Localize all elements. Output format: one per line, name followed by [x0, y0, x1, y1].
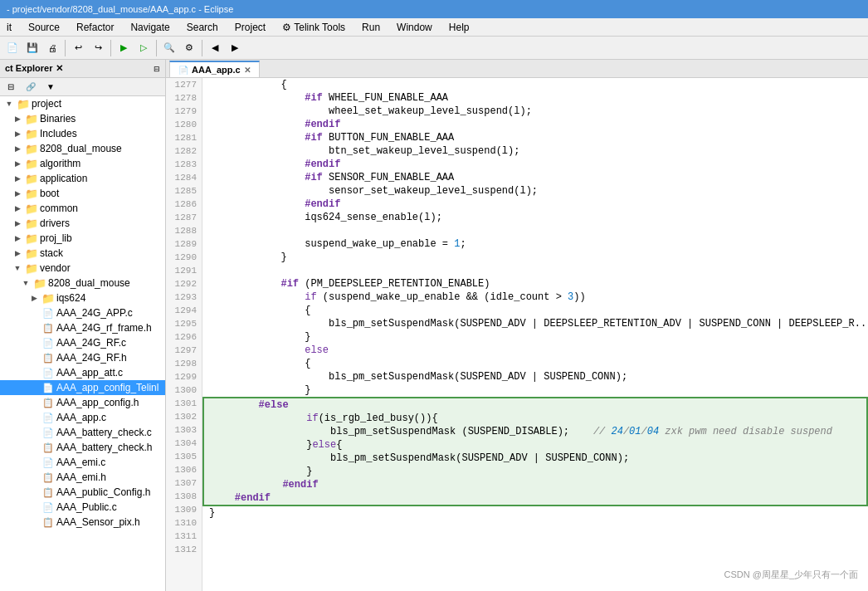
code-line: #if (PM_DEEPSLEEP_RETENTION_ENABLE) — [202, 277, 868, 291]
sidebar-tree-item[interactable]: 📋AAA_Sensor_pix.h — [0, 515, 165, 530]
sidebar-tree-item[interactable]: ▶📁Includes — [0, 126, 165, 141]
sidebar-item-label: 8208_dual_mouse — [48, 277, 130, 289]
sidebar-minimize[interactable]: ⊟ — [154, 65, 160, 73]
sidebar-tree-item[interactable]: 📄AAA_battery_check.c — [0, 425, 165, 440]
sidebar-tree-item[interactable]: 📄AAA_24G_RF.c — [0, 335, 165, 350]
editor-tab-aaa-app[interactable]: 📄 AAA_app.c ✕ — [169, 61, 260, 77]
sidebar-tree-item[interactable]: ▼📁8208_dual_mouse — [0, 276, 165, 291]
sidebar-tree-item[interactable]: ▶📁application — [0, 171, 165, 186]
sidebar-item-label: drivers — [40, 217, 70, 229]
toolbar-btn-run[interactable]: ▷ — [134, 39, 153, 57]
toolbar-btn-settings[interactable]: ⚙ — [180, 39, 198, 57]
sidebar-tree-item[interactable]: 📄AAA_app_att.c — [0, 365, 165, 380]
line-number: 1311 — [171, 530, 197, 543]
line-number: 1278 — [171, 91, 197, 105]
line-number: 1279 — [171, 105, 197, 118]
sidebar-tree-item[interactable]: ▶📁proj_lib — [0, 231, 165, 246]
toolbar-btn-back[interactable]: ◀ — [206, 39, 224, 57]
tab-close-btn[interactable]: ✕ — [244, 66, 251, 75]
code-line: #if BUTTON_FUN_ENABLE_AAA — [202, 131, 868, 144]
sidebar-item-label: AAA_24G_rf_frame.h — [56, 322, 152, 334]
code-line: #endif — [202, 478, 868, 491]
sidebar-collapse-btn[interactable]: ⊟ — [2, 78, 20, 96]
code-line — [202, 264, 868, 277]
sidebar-tree-item[interactable]: ▶📁iqs624 — [0, 291, 165, 305]
code-line: iqs624_sense_enable(l); — [202, 211, 868, 224]
code-line: wheel_set_wakeup_level_suspend(l); — [202, 105, 868, 118]
code-line: } — [202, 465, 868, 478]
code-line: else — [202, 344, 868, 357]
menu-item-source[interactable]: Source — [25, 21, 63, 34]
sidebar-item-label: algorithm — [40, 158, 80, 169]
sidebar-item-label: AAA_Sensor_pix.h — [56, 516, 140, 528]
toolbar-btn-undo[interactable]: ↩ — [69, 39, 87, 57]
sidebar-item-label: project — [32, 98, 61, 110]
code-area[interactable]: { #if WHEEL_FUN_ENABLE_AAA wheel_set_wak… — [202, 78, 868, 591]
menu-item-it[interactable]: it — [3, 21, 15, 34]
sidebar-tree-item[interactable]: 📋AAA_battery_check.h — [0, 440, 165, 455]
sidebar-tree-item[interactable]: 📋AAA_emi.h — [0, 470, 165, 485]
sidebar-tree-item[interactable]: ▶📁common — [0, 201, 165, 216]
sidebar-tree-item[interactable]: ▶📁algorithm — [0, 156, 165, 171]
line-number: 1298 — [171, 357, 197, 370]
sidebar-tree-item[interactable]: ▼📁project — [0, 96, 165, 111]
toolbar-btn-save[interactable]: 💾 — [23, 39, 41, 57]
sidebar-item-label: boot — [40, 188, 59, 199]
toolbar-btn-debug[interactable]: ▶ — [115, 39, 133, 57]
toolbar-btn-print[interactable]: 🖨 — [43, 39, 61, 57]
menu-item-run[interactable]: Run — [358, 21, 383, 34]
code-line: { — [202, 357, 868, 370]
sidebar-item-label: proj_lib — [40, 232, 72, 244]
toolbar-btn-new[interactable]: 📄 — [3, 39, 22, 57]
sidebar-link-btn[interactable]: 🔗 — [22, 78, 40, 96]
sidebar-filter-btn[interactable]: ▼ — [41, 78, 60, 96]
sidebar-item-label: AAA_app_att.c — [56, 367, 123, 379]
sidebar-tree-item[interactable]: ▼📁vendor — [0, 261, 165, 276]
sidebar-tree-item[interactable]: 📋AAA_public_Config.h — [0, 485, 165, 500]
sidebar-item-label: AAA_emi.c — [56, 457, 105, 468]
sidebar-tree-item[interactable]: 📄AAA_app_config_Telinl — [0, 380, 165, 395]
line-number: 1296 — [171, 330, 197, 344]
sidebar-tree-item[interactable]: 📋AAA_24G_RF.h — [0, 350, 165, 365]
toolbar-sep-4 — [202, 40, 202, 56]
menu-item-project[interactable]: Project — [232, 21, 269, 34]
sidebar-tree-item[interactable]: ▶📁Binaries — [0, 111, 165, 126]
sidebar-tree-item[interactable]: 📄AAA_24G_APP.c — [0, 305, 165, 320]
code-line: if (suspend_wake_up_enable && (idle_coun… — [202, 291, 868, 304]
sidebar-item-label: vendor — [40, 262, 71, 274]
sidebar-item-label: AAA_24G_RF.h — [56, 352, 127, 364]
toolbar-btn-redo[interactable]: ↪ — [89, 39, 107, 57]
sidebar-tree-item[interactable]: ▶📁boot — [0, 186, 165, 201]
sidebar-tree-item[interactable]: ▶📁drivers — [0, 216, 165, 231]
sidebar-tree-item[interactable]: ▶📁stack — [0, 246, 165, 261]
line-number: 1300 — [171, 383, 197, 397]
toolbar-btn-search[interactable]: 🔍 — [160, 39, 178, 57]
code-line: #if WHEEL_FUN_ENABLE_AAA — [202, 91, 868, 105]
sidebar-item-label: 8208_dual_mouse — [40, 143, 122, 154]
sidebar-item-label: AAA_emi.h — [56, 471, 106, 483]
sidebar-tree-item[interactable]: 📋AAA_app_config.h — [0, 395, 165, 410]
menu-item-search[interactable]: Search — [183, 21, 222, 34]
menu-item-help[interactable]: Help — [446, 21, 473, 34]
code-line: } — [202, 330, 868, 344]
sidebar-item-label: AAA_public_Config.h — [56, 486, 150, 498]
menu-item-telink[interactable]: ⚙ Telink Tools — [279, 21, 349, 34]
line-number: 1312 — [171, 543, 197, 556]
menu-item-navigate[interactable]: Navigate — [127, 21, 173, 34]
tab-label: AAA_app.c — [192, 65, 241, 75]
sidebar-tree-item[interactable]: 📄AAA_app.c — [0, 410, 165, 425]
menu-item-refactor[interactable]: Refactor — [73, 21, 117, 34]
code-line: bls_pm_setSuspendMask(SUSPEND_ADV | SUSP… — [202, 452, 868, 465]
line-number: 1308 — [171, 490, 197, 503]
sidebar-tree-item[interactable]: 📄AAA_Public.c — [0, 500, 165, 515]
menu-item-window[interactable]: Window — [393, 21, 436, 34]
toolbar-btn-forward[interactable]: ▶ — [226, 39, 244, 57]
sidebar-header: ct Explorer ✕ ⊟ — [0, 60, 165, 78]
line-number: 1290 — [171, 251, 197, 264]
menu-bar: it Source Refactor Navigate Search Proje… — [0, 18, 868, 37]
sidebar-tree-item[interactable]: 📄AAA_emi.c — [0, 455, 165, 470]
sidebar-tree-item[interactable]: 📋AAA_24G_rf_frame.h — [0, 320, 165, 335]
code-line — [202, 520, 868, 533]
sidebar-tree-item[interactable]: ▶📁8208_dual_mouse — [0, 141, 165, 156]
editor-area: 📄 AAA_app.c ✕ 12771278127912801281128212… — [166, 60, 868, 591]
